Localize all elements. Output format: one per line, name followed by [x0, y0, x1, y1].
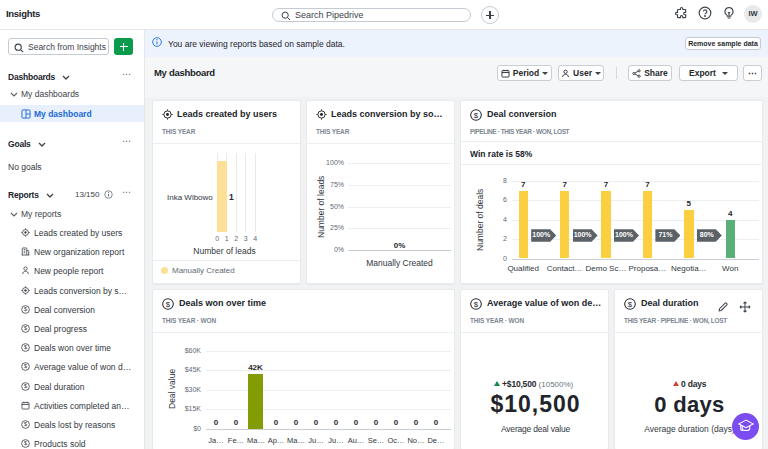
svg-text:$: $: [628, 300, 633, 309]
svg-text:$: $: [166, 300, 171, 309]
svg-text:$: $: [474, 111, 479, 120]
svg-text:$: $: [24, 441, 27, 447]
svg-text:$: $: [24, 306, 27, 312]
svg-text:$: $: [24, 345, 27, 351]
svg-text:$: $: [24, 364, 27, 370]
svg-text:$: $: [24, 383, 27, 389]
svg-text:$: $: [24, 421, 27, 427]
svg-text:$: $: [474, 300, 479, 309]
svg-text:$: $: [24, 325, 27, 331]
